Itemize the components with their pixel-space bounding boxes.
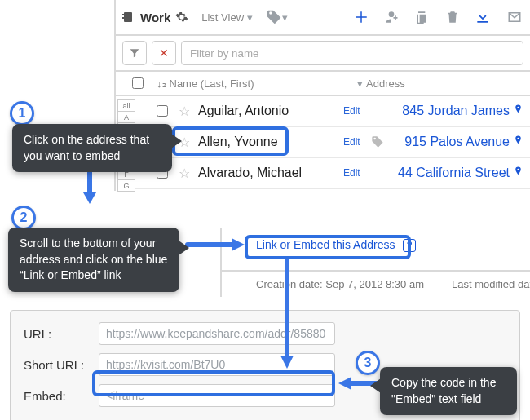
svg-rect-2 <box>122 17 125 19</box>
callout-step-3: Copy the code in the "Embed" text field <box>380 367 517 415</box>
chevron-down-icon: ▾ <box>247 11 253 24</box>
table-row[interactable]: ☆ Aguilar, Antonio Edit 845 Jordan James <box>135 96 530 127</box>
copy-icon[interactable] <box>414 9 431 25</box>
column-name[interactable]: ↓₂ Name (Last, First) <box>157 77 352 90</box>
rows-container: ☆ Aguilar, Antonio Edit 845 Jordan James… <box>135 96 530 191</box>
url-field[interactable] <box>99 322 335 345</box>
short-url-label: Short URL: <box>24 358 89 372</box>
creation-value: Sep 7, 2012 8:30 am <box>325 278 424 290</box>
page-title: Work <box>140 11 170 24</box>
tag-dropdown[interactable]: ▾ <box>266 9 288 25</box>
url-row: URL: <box>24 322 506 345</box>
table-row[interactable]: ☆ Alvarado, Michael Edit 44 California S… <box>135 158 530 189</box>
select-all-checkbox[interactable] <box>132 77 144 89</box>
step-badge-2: 2 <box>11 206 36 230</box>
filter-row: ✕ <box>116 36 530 72</box>
callout-step-1: Click on the address that you want to em… <box>12 124 172 172</box>
address-text: 44 California Street <box>398 166 510 180</box>
mail-icon[interactable] <box>506 10 523 24</box>
address-text: 845 Jordan James <box>402 104 510 118</box>
trash-icon[interactable] <box>445 9 460 25</box>
url-label: URL: <box>24 327 89 341</box>
address-book-icon <box>122 11 135 24</box>
letter-a[interactable]: A <box>117 111 135 123</box>
toolbar: Work List View ▾ ▾ <box>116 0 530 36</box>
edit-link[interactable]: Edit <box>343 167 360 179</box>
star-icon[interactable]: ☆ <box>177 166 192 181</box>
letter-all[interactable]: all <box>117 99 135 112</box>
sort-icon: ↓₂ <box>157 77 166 90</box>
column-address[interactable]: ▾ Address <box>357 77 523 90</box>
map-pin-icon[interactable] <box>513 165 523 181</box>
detail-meta: Creation date: Sep 7, 2012 8:30 am Last … <box>222 270 530 297</box>
edit-link[interactable]: Edit <box>343 136 360 148</box>
list-view-label: List View <box>201 11 244 24</box>
list-view-dropdown[interactable]: List View ▾ <box>197 8 257 27</box>
svg-marker-4 <box>83 192 96 204</box>
help-icon[interactable]: ? <box>403 239 416 252</box>
contact-address[interactable]: 915 Palos Avenue <box>404 134 523 150</box>
add-icon[interactable] <box>354 10 369 24</box>
map-pin-icon[interactable] <box>513 134 523 150</box>
table-row[interactable]: ☆ Allen, Yvonne Edit 915 Palos Avenue <box>135 127 530 158</box>
callout-step-2: Scroll to the bottom of your address and… <box>8 228 179 292</box>
column-address-label: Address <box>366 77 405 90</box>
contact-name[interactable]: Aguilar, Antonio <box>198 104 337 118</box>
svg-rect-1 <box>122 14 125 15</box>
filter-input[interactable] <box>181 41 523 65</box>
letter-g[interactable]: G <box>117 179 135 192</box>
clear-filter-button[interactable]: ✕ <box>152 41 176 65</box>
toolbar-right <box>354 9 523 25</box>
contact-name[interactable]: Alvarado, Michael <box>198 166 337 180</box>
modified-date-label: Last modified date: <box>452 278 530 290</box>
contact-address[interactable]: 44 California Street <box>398 165 523 181</box>
creation-date: Creation date: Sep 7, 2012 8:30 am <box>256 278 424 290</box>
star-icon[interactable]: ☆ <box>177 104 192 119</box>
row-checkbox[interactable] <box>157 105 168 117</box>
column-name-label: Name (Last, First) <box>170 77 254 90</box>
chevron-down-icon: ▾ <box>357 77 363 90</box>
title-area: Work <box>122 11 188 24</box>
filter-funnel-button[interactable] <box>122 41 147 65</box>
contact-name[interactable]: Allen, Yvonne <box>198 135 337 149</box>
add-user-icon[interactable] <box>383 9 400 25</box>
tag-icon[interactable] <box>370 135 385 148</box>
contact-address[interactable]: 845 Jordan James <box>402 103 523 119</box>
creation-label: Creation date: <box>256 278 323 290</box>
step-badge-3: 3 <box>356 351 380 375</box>
gear-icon[interactable] <box>175 11 188 24</box>
embed-field[interactable] <box>99 384 335 407</box>
link-or-embed-link[interactable]: Link or Embed this Address <box>222 238 395 251</box>
short-url-field[interactable] <box>99 353 335 376</box>
detail-pane: Link or Embed this Address ? Creation da… <box>220 228 530 297</box>
edit-link[interactable]: Edit <box>343 105 360 117</box>
chevron-down-icon: ▾ <box>282 11 288 24</box>
step-badge-1: 1 <box>10 101 34 126</box>
map-pin-icon[interactable] <box>513 103 523 119</box>
address-text: 915 Palos Avenue <box>404 135 510 149</box>
download-icon[interactable] <box>475 9 491 25</box>
address-book-app: Work List View ▾ ▾ ✕ <box>114 0 530 191</box>
embed-label: Embed: <box>24 389 89 403</box>
link-label: Link or Embed this Address <box>256 238 395 251</box>
svg-rect-0 <box>124 12 132 22</box>
grid-header: ↓₂ Name (Last, First) ▾ Address <box>116 72 530 96</box>
